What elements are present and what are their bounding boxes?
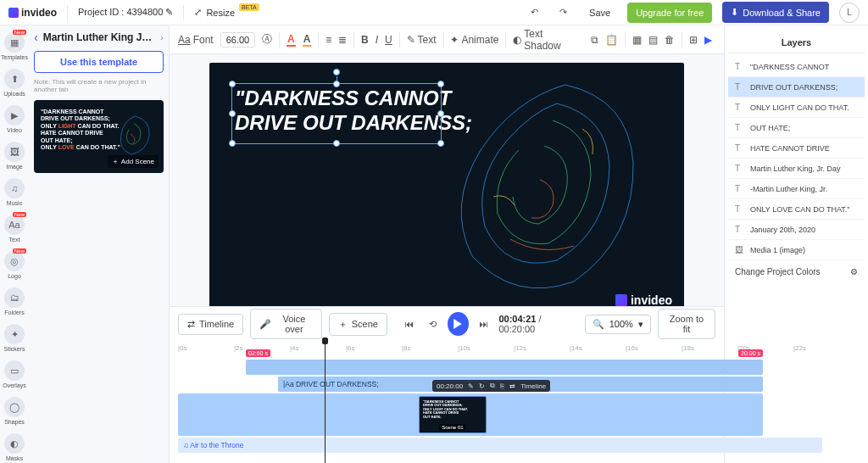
rail-uploads[interactable]: ⬆Uploads — [0, 65, 29, 100]
resize-button[interactable]: ⤢ ResizeBETA — [194, 7, 259, 18]
topbar: invideo Project ID : 4394800 ✎ ⤢ ResizeB… — [0, 0, 868, 25]
layer-item[interactable]: T-Martin Luther King, Jr. — [728, 179, 865, 199]
download-button[interactable]: ⬇ Download & Share — [722, 2, 829, 23]
scene-thumbnail[interactable]: "DARKNESS CANNOTDRIVE OUT DARKENSS;ONLY … — [419, 396, 487, 433]
redo-button[interactable]: ↷ — [554, 3, 572, 22]
layer-item[interactable]: TONLY LOVE CAN DO THAT." — [728, 199, 865, 220]
rail-video[interactable]: ▶Video — [0, 102, 29, 137]
next-button[interactable]: ⏭ — [476, 315, 492, 333]
audio-track[interactable]: ♫ Air to the Throne — [178, 438, 822, 453]
align-center-button[interactable]: ≣ — [338, 34, 347, 46]
rail-logo[interactable]: ◎LogoNew — [0, 248, 29, 282]
timeline: ⇄ Timeline 🎤 Voice over ＋ Scene ⏮ ⟲ ⏭ 00… — [170, 306, 724, 463]
text-shadow-button[interactable]: ◐ Text Shadow — [513, 28, 570, 52]
text-track[interactable]: 02:60 s 20:00 s — [246, 360, 763, 375]
play-preview-button[interactable]: ▶ — [704, 34, 712, 46]
layer-item[interactable]: TMartin Luther King, Jr. Day — [728, 159, 865, 179]
layer-item[interactable]: THATE CANNOT DRIVE — [728, 138, 865, 159]
add-scene-button[interactable]: ＋ Add Scene — [108, 155, 159, 168]
italic-button[interactable]: I — [376, 34, 378, 46]
text-toolbar: Aa Font 66.00 Ⓐ A A ≡ ≣ B I U ✎ Text ✦ A… — [170, 25, 724, 54]
in-tag[interactable]: 02:60 s — [246, 349, 270, 357]
animate-button[interactable]: ✦ Animate — [450, 34, 498, 46]
layer-item[interactable]: TJanuary 20th, 2020 — [728, 220, 865, 240]
rail-masks[interactable]: ◐Masks — [0, 430, 29, 463]
play-button[interactable] — [448, 312, 469, 336]
undo-button[interactable]: ↶ — [525, 3, 543, 22]
prev-button[interactable]: ⏮ — [401, 315, 418, 333]
edit-text-button[interactable]: ✎ Text — [407, 34, 437, 46]
template-title: Martin Luther King Jr. Day ... — [43, 31, 156, 43]
rotate-handle[interactable] — [333, 69, 340, 75]
template-note: Note: This will create a new project in … — [34, 78, 164, 93]
watermark: invideo — [615, 293, 672, 306]
layer-item[interactable]: TDRIVE OUT DARKENSS; — [728, 77, 865, 98]
voiceover-button[interactable]: 🎤 Voice over — [250, 309, 322, 339]
canvas[interactable]: "DARKNESS CANNOT DRIVE OUT DARKENSS; inv… — [209, 63, 684, 306]
layer-item[interactable]: TOUT HATE; — [728, 118, 865, 138]
left-rail: ▦TemplatesNew⬆Uploads▶Video🖼Image♫MusicA… — [0, 25, 29, 463]
change-colors-button[interactable]: Change Project Colors⚙ — [728, 260, 865, 283]
save-button[interactable]: Save — [582, 4, 617, 21]
grid-button[interactable]: ⊞ — [689, 34, 698, 46]
layer-item[interactable]: T"DARKNESS CANNOT — [728, 57, 865, 77]
text-color-button[interactable]: A — [287, 33, 296, 47]
copy-button[interactable]: ⧉ — [591, 34, 598, 46]
rail-shapes[interactable]: ◯Shapes — [0, 393, 29, 428]
send-back-button[interactable]: ▤ — [648, 34, 658, 46]
rail-image[interactable]: 🖼Image — [0, 138, 29, 173]
rail-folders[interactable]: 🗂Folders — [0, 284, 29, 319]
user-avatar[interactable]: L — [839, 3, 860, 23]
timecode: 00:04:21 / 00:20:00 — [498, 314, 570, 334]
layer-item[interactable]: TONLY LIGHT CAN DO THAT. — [728, 98, 865, 118]
template-thumbnail[interactable]: "DARKNESS CANNOTDRIVE OUT DARKENSS;ONLY … — [34, 100, 164, 173]
replay-button[interactable]: ⟲ — [424, 315, 441, 333]
add-scene-button-tl[interactable]: ＋ Scene — [329, 313, 387, 336]
bold-button[interactable]: B — [361, 34, 369, 46]
rail-text[interactable]: AaTextNew — [0, 211, 29, 246]
next-template[interactable]: › — [160, 32, 164, 42]
upgrade-button[interactable]: Upgrade for free — [627, 3, 712, 23]
rail-stickers[interactable]: ✦Stickers — [0, 321, 29, 355]
layers-title: Layers — [728, 32, 865, 53]
scene-track[interactable]: 00:20:00✎↻⧉⎘⇄ Timeline "DARKNESS CANNOTD… — [178, 393, 763, 436]
paste-button[interactable]: 📋 — [605, 34, 618, 46]
delete-button[interactable]: 🗑 — [665, 34, 675, 46]
highlight-color-button[interactable]: A — [303, 33, 312, 47]
selection-box[interactable] — [231, 83, 442, 144]
project-id[interactable]: Project ID : 4394800 ✎ — [78, 7, 173, 18]
template-panel: ‹ Martin Luther King Jr. Day ... › Use t… — [29, 25, 170, 463]
playhead[interactable] — [325, 341, 326, 463]
font-button[interactable]: Aa Font — [178, 34, 214, 46]
brand-logo[interactable]: invideo — [8, 7, 57, 19]
rail-templates[interactable]: ▦TemplatesNew — [0, 29, 29, 64]
font-size-input[interactable]: 66.00 — [220, 32, 256, 47]
bring-front-button[interactable]: ▦ — [632, 34, 642, 46]
use-template-button[interactable]: Use this template — [34, 51, 164, 73]
underline-button[interactable]: U — [385, 34, 392, 46]
rail-music[interactable]: ♫Music — [0, 175, 29, 209]
out-tag[interactable]: 20:00 s — [738, 349, 763, 357]
timeline-mode-button[interactable]: ⇄ Timeline — [178, 314, 243, 335]
case-button[interactable]: Ⓐ — [262, 32, 272, 47]
zoom-fit-button[interactable]: Zoom to fit — [658, 309, 715, 339]
align-left-button[interactable]: ≡ — [326, 34, 331, 46]
scene-toolbar[interactable]: 00:20:00✎↻⧉⎘⇄ Timeline — [432, 380, 550, 392]
back-button[interactable]: ‹ — [34, 31, 38, 44]
layer-item[interactable]: 🖼Media 1 (image) — [728, 240, 865, 260]
zoom-select[interactable]: 🔍 100% ▾ — [585, 315, 651, 334]
rail-overlays[interactable]: ▭Overlays — [0, 357, 29, 392]
